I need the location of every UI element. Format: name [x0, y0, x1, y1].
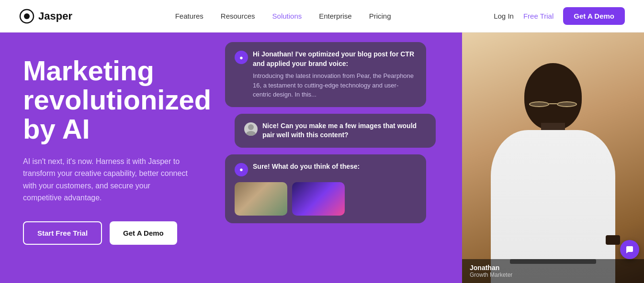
- hero-subtitle: AI isn't next, it's now. Harness it with…: [23, 155, 191, 204]
- get-demo-hero-button[interactable]: Get A Demo: [110, 221, 177, 245]
- generated-image-2: [292, 182, 345, 216]
- nav-pricing[interactable]: Pricing: [369, 12, 391, 20]
- chat-bubble-1-body: Introducing the latest innovation from P…: [253, 71, 417, 99]
- chat-generated-images: [235, 182, 417, 216]
- chat-support-icon[interactable]: [620, 240, 639, 259]
- nav-features[interactable]: Features: [175, 12, 203, 20]
- chat-bubble-2-text: Nice! Can you make me a few images that …: [262, 121, 426, 140]
- hero-person-photo: Jonathan Growth Marketer: [462, 33, 644, 283]
- jasper-ai-icon: ●: [235, 51, 248, 64]
- svg-point-1: [24, 13, 30, 19]
- get-demo-nav-button[interactable]: Get A Demo: [563, 7, 625, 25]
- svg-point-3: [246, 131, 256, 136]
- navbar: Jasper Features Resources Solutions Ente…: [0, 0, 644, 33]
- person-name: Jonathan: [470, 264, 636, 272]
- glasses-hint: [529, 101, 577, 107]
- svg-point-2: [248, 124, 254, 130]
- nav-right: Log In Free Trial Get A Demo: [494, 7, 625, 25]
- photo-background: Jonathan Growth Marketer: [462, 33, 644, 283]
- hero-chat-area: ● Hi Jonathan! I've optimized your blog …: [206, 33, 462, 283]
- nav-resources[interactable]: Resources: [221, 12, 255, 20]
- jasper-ai-icon-2: ●: [235, 163, 248, 176]
- free-trial-link[interactable]: Free Trial: [523, 12, 554, 20]
- chat-bubble-3: ● Sure! What do you think of these:: [225, 154, 426, 223]
- logo-text: Jasper: [38, 10, 72, 22]
- person-head: [524, 63, 582, 130]
- hero-buttons: Start Free Trial Get A Demo: [23, 221, 206, 245]
- hero-left: Marketing revolutionized by AI AI isn't …: [0, 33, 206, 283]
- watch-hint: [606, 235, 620, 245]
- nav-links: Features Resources Solutions Enterprise …: [175, 12, 391, 20]
- chat-bubble-3-text: Sure! What do you think of these:: [253, 162, 417, 172]
- person-role: Growth Marketer: [470, 272, 636, 278]
- person-name-tag: Jonathan Growth Marketer: [462, 259, 644, 283]
- nav-enterprise[interactable]: Enterprise: [319, 12, 351, 20]
- logo[interactable]: Jasper: [19, 9, 72, 24]
- chat-bubble-1-bold: Hi Jonathan! I've optimized your blog po…: [253, 50, 417, 68]
- chat-bubble-2: Nice! Can you make me a few images that …: [235, 114, 436, 148]
- hero-section: Marketing revolutionized by AI AI isn't …: [0, 33, 644, 283]
- user-avatar: [244, 122, 258, 136]
- hero-title: Marketing revolutionized by AI: [23, 56, 206, 144]
- start-free-trial-button[interactable]: Start Free Trial: [23, 221, 102, 245]
- nav-solutions[interactable]: Solutions: [272, 12, 302, 20]
- jasper-logo-icon: [19, 9, 34, 24]
- chat-bubble-1: ● Hi Jonathan! I've optimized your blog …: [225, 42, 426, 107]
- generated-image-1: [235, 182, 287, 216]
- login-link[interactable]: Log In: [494, 12, 514, 20]
- person-container: [476, 54, 630, 283]
